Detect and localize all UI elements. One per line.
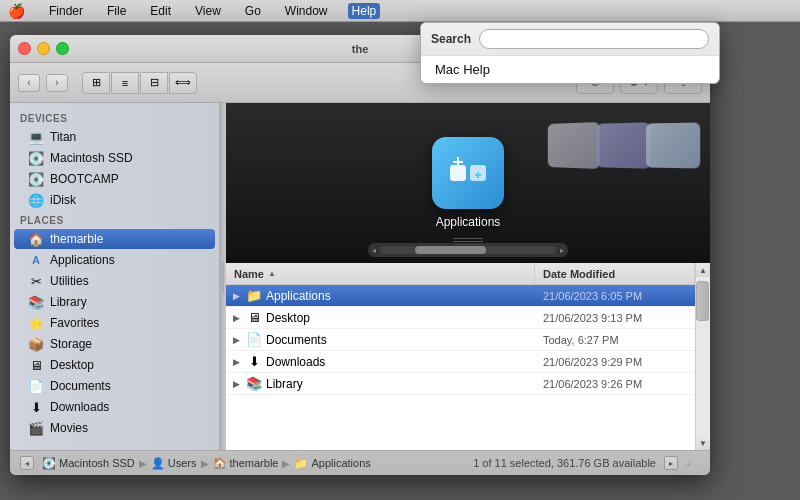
file-icon: 🖥 (246, 310, 262, 326)
statusbar: ◂ 💽 Macintosh SSD ▶ 👤 Users ▶ 🏠 themarbl… (10, 450, 710, 475)
sort-arrow: ▲ (268, 269, 276, 278)
path-sep-3: ▶ (282, 458, 290, 469)
path-sep-2: ▶ (201, 458, 209, 469)
preview-scroll-right-arrow[interactable]: ▸ (560, 246, 564, 255)
path-item-themarble[interactable]: 🏠 themarble (213, 457, 279, 470)
sidebar-item-applications[interactable]: A Applications (14, 250, 215, 270)
filelist-container: Name ▲ Date Modified ▶ 📁 Applications (226, 263, 710, 450)
close-button[interactable] (18, 42, 31, 55)
sidebar-item-library[interactable]: 📚 Library (14, 292, 215, 312)
menubar-file[interactable]: File (103, 3, 130, 19)
scroll-up-arrow[interactable]: ▲ (696, 263, 711, 277)
preview-scrollbar[interactable]: ◂ ▸ (368, 243, 568, 257)
file-name: Applications (266, 289, 331, 303)
bootcamp-icon: 💽 (28, 171, 44, 187)
sidebar-item-themarble[interactable]: 🏠 themarble (14, 229, 215, 249)
file-name: Desktop (266, 311, 310, 325)
file-name-cell: ▶ 🖥 Desktop (226, 310, 535, 326)
sidebar-item-desktop[interactable]: 🖥 Desktop (14, 355, 215, 375)
statusbar-scroll-left[interactable]: ◂ (20, 456, 34, 470)
sidebar-item-bootcamp[interactable]: 💽 BOOTCAMP (14, 169, 215, 189)
column-view-button[interactable]: ⊟ (140, 72, 168, 94)
sidebar-item-titan[interactable]: 💻 Titan (14, 127, 215, 147)
path-item-macintosh-ssd[interactable]: 💽 Macintosh SSD (42, 457, 135, 470)
desktop-icon: 🖥 (28, 357, 44, 373)
disclosure-triangle[interactable]: ▶ (230, 312, 242, 324)
path-macintosh-ssd-icon: 💽 (42, 457, 56, 470)
preview-scroll-thumb[interactable] (415, 246, 485, 254)
file-date: 21/06/2023 9:29 PM (535, 356, 695, 368)
apple-menu[interactable]: 🍎 (8, 3, 25, 19)
sidebar-item-label: Downloads (50, 400, 109, 414)
statusbar-scroll-right[interactable]: ▸ (664, 456, 678, 470)
help-mac-help[interactable]: Mac Help (421, 56, 719, 83)
favorites-icon: ⭐ (28, 315, 44, 331)
utilities-icon: ✂ (28, 273, 44, 289)
list-view-button[interactable]: ≡ (111, 72, 139, 94)
menubar-edit[interactable]: Edit (146, 3, 175, 19)
sidebar-item-label: BOOTCAMP (50, 172, 119, 186)
preview-icon-container: Applications (432, 137, 504, 229)
scroll-track[interactable] (696, 277, 710, 436)
preview-scroll-left-arrow[interactable]: ◂ (372, 246, 376, 255)
sidebar-item-downloads[interactable]: ⬇ Downloads (14, 397, 215, 417)
file-icon: ⬇ (246, 354, 262, 370)
path-applications-icon: 📁 (294, 457, 308, 470)
sidebar-item-label: Favorites (50, 316, 99, 330)
bg-icon-1 (548, 122, 600, 169)
scroll-thumb[interactable] (696, 281, 709, 321)
table-row[interactable]: ▶ 📄 Documents Today, 6:27 PM (226, 329, 695, 351)
preview-area: Applications ◂ (226, 103, 710, 263)
path-bar: 💽 Macintosh SSD ▶ 👤 Users ▶ 🏠 themarble … (42, 457, 465, 470)
name-column-header[interactable]: Name ▲ (226, 263, 535, 284)
back-button[interactable]: ‹ (18, 74, 40, 92)
applications-preview-svg (448, 153, 488, 193)
resize-grip[interactable]: ⌟ (686, 456, 700, 470)
sidebar: DEVICES 💻 Titan 💽 Macintosh SSD 💽 BOOTCA… (10, 103, 220, 450)
filelist-scrollbar[interactable]: ▲ ▼ (695, 263, 710, 450)
path-item-users[interactable]: 👤 Users (151, 457, 197, 470)
idisk-icon: 🌐 (28, 192, 44, 208)
sidebar-item-utilities[interactable]: ✂ Utilities (14, 271, 215, 291)
table-row[interactable]: ▶ 🖥 Desktop 21/06/2023 9:13 PM (226, 307, 695, 329)
sidebar-item-movies[interactable]: 🎬 Movies (14, 418, 215, 438)
sidebar-item-label: Documents (50, 379, 111, 393)
date-column-header[interactable]: Date Modified (535, 263, 695, 284)
sidebar-item-macintosh-ssd[interactable]: 💽 Macintosh SSD (14, 148, 215, 168)
sidebar-item-idisk[interactable]: 🌐 iDisk (14, 190, 215, 210)
menubar-view[interactable]: View (191, 3, 225, 19)
menubar-finder[interactable]: Finder (45, 3, 87, 19)
coverflow-view-button[interactable]: ⟺ (169, 72, 197, 94)
menubar-help[interactable]: Help (348, 3, 381, 19)
table-row[interactable]: ▶ 📚 Library 21/06/2023 9:26 PM (226, 373, 695, 395)
menubar-go[interactable]: Go (241, 3, 265, 19)
background-icons (545, 123, 700, 168)
path-item-applications[interactable]: 📁 Applications (294, 457, 370, 470)
filelist-header: Name ▲ Date Modified (226, 263, 695, 285)
file-name-cell: ▶ ⬇ Downloads (226, 354, 535, 370)
help-search-input[interactable] (479, 29, 709, 49)
sidebar-item-storage[interactable]: 📦 Storage (14, 334, 215, 354)
disclosure-triangle[interactable]: ▶ (230, 290, 242, 302)
disclosure-triangle[interactable]: ▶ (230, 334, 242, 346)
disclosure-triangle[interactable]: ▶ (230, 356, 242, 368)
sidebar-item-favorites[interactable]: ⭐ Favorites (14, 313, 215, 333)
icon-view-button[interactable]: ⊞ (82, 72, 110, 94)
maximize-button[interactable] (56, 42, 69, 55)
preview-app-icon (432, 137, 504, 209)
disclosure-triangle[interactable]: ▶ (230, 378, 242, 390)
sidebar-item-documents[interactable]: 📄 Documents (14, 376, 215, 396)
library-icon: 📚 (28, 294, 44, 310)
scroll-down-arrow[interactable]: ▼ (696, 436, 711, 450)
devices-header: DEVICES (10, 109, 219, 126)
menubar-window[interactable]: Window (281, 3, 332, 19)
minimize-button[interactable] (37, 42, 50, 55)
forward-button[interactable]: › (46, 74, 68, 92)
content-area: DEVICES 💻 Titan 💽 Macintosh SSD 💽 BOOTCA… (10, 103, 710, 450)
table-row[interactable]: ▶ ⬇ Downloads 21/06/2023 9:29 PM (226, 351, 695, 373)
sidebar-item-label: Desktop (50, 358, 94, 372)
sidebar-item-label: themarble (50, 232, 103, 246)
path-sep-1: ▶ (139, 458, 147, 469)
path-themarble-icon: 🏠 (213, 457, 227, 470)
table-row[interactable]: ▶ 📁 Applications 21/06/2023 6:05 PM (226, 285, 695, 307)
